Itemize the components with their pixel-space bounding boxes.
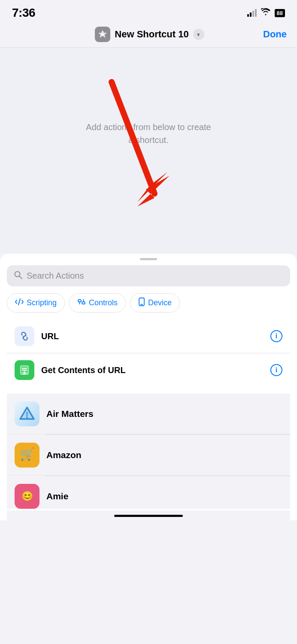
device-pill[interactable]: Device	[130, 293, 180, 313]
svg-marker-4	[137, 176, 170, 207]
status-icons: 88	[247, 8, 285, 18]
air-matters-item[interactable]: Air Matters	[7, 394, 290, 434]
nav-title: New Shortcut 10	[115, 29, 188, 40]
shortcut-app-icon	[95, 27, 110, 42]
scripting-label: Scripting	[27, 298, 57, 307]
drag-handle[interactable]	[140, 258, 157, 260]
url-icon	[15, 326, 34, 346]
amie-name: Amie	[46, 491, 68, 501]
get-contents-url-icon	[15, 360, 34, 380]
action-list: URL i Get Contents of URL i	[7, 319, 290, 387]
controls-icon	[77, 298, 86, 308]
controls-pill[interactable]: Controls	[69, 293, 126, 313]
get-contents-url-action-item[interactable]: Get Contents of URL i	[7, 353, 290, 387]
wifi-icon	[261, 8, 270, 18]
svg-point-19	[26, 416, 28, 418]
chevron-down-icon[interactable]: ▾	[193, 29, 204, 40]
placeholder-text: Add actions from below to create a short…	[86, 121, 211, 146]
svg-line-6	[19, 276, 22, 279]
get-contents-url-info-button[interactable]: i	[270, 364, 282, 376]
amie-item[interactable]: 😊 Amie	[7, 476, 290, 509]
scripting-icon	[15, 298, 24, 308]
amazon-item[interactable]: 🛒 Amazon	[7, 435, 290, 476]
url-action-item[interactable]: URL i	[7, 319, 290, 353]
battery-icon: 88	[275, 9, 285, 17]
get-contents-url-label: Get Contents of URL	[41, 365, 264, 375]
svg-marker-3	[137, 172, 167, 202]
url-info-button[interactable]: i	[270, 330, 282, 342]
search-bar[interactable]: Search Actions	[7, 265, 290, 286]
svg-text:🛒: 🛒	[20, 447, 35, 461]
svg-rect-7	[78, 300, 81, 302]
amie-icon: 😊	[15, 484, 39, 509]
device-icon	[138, 298, 145, 308]
status-time: 7:36	[12, 6, 35, 20]
category-pills: Scripting Controls Device	[7, 293, 290, 313]
nav-bar: New Shortcut 10 ▾ Done	[0, 23, 297, 48]
scripting-pill[interactable]: Scripting	[7, 293, 65, 313]
apps-section: Air Matters 🛒 Amazon 😊 Ami	[7, 392, 290, 510]
url-label: URL	[41, 331, 264, 341]
main-content-area: Add actions from below to create a short…	[0, 48, 297, 254]
nav-center: New Shortcut 10 ▾	[95, 27, 204, 42]
svg-point-0	[101, 33, 104, 36]
search-icon	[14, 270, 22, 281]
signal-icon	[247, 9, 257, 17]
air-matters-name: Air Matters	[46, 409, 94, 419]
home-indicator-area	[7, 510, 290, 520]
svg-text:😊: 😊	[21, 490, 33, 502]
search-input[interactable]: Search Actions	[27, 271, 84, 281]
status-bar: 7:36 88	[0, 0, 297, 23]
bottom-panel: Search Actions Scripting Controls	[0, 254, 297, 520]
svg-rect-8	[82, 302, 85, 304]
controls-label: Controls	[89, 298, 118, 307]
device-label: Device	[148, 298, 172, 307]
amazon-name: Amazon	[46, 450, 82, 460]
air-matters-icon	[15, 401, 39, 426]
done-button[interactable]: Done	[263, 29, 287, 40]
amazon-icon: 🛒	[15, 443, 39, 468]
home-bar	[114, 515, 183, 517]
